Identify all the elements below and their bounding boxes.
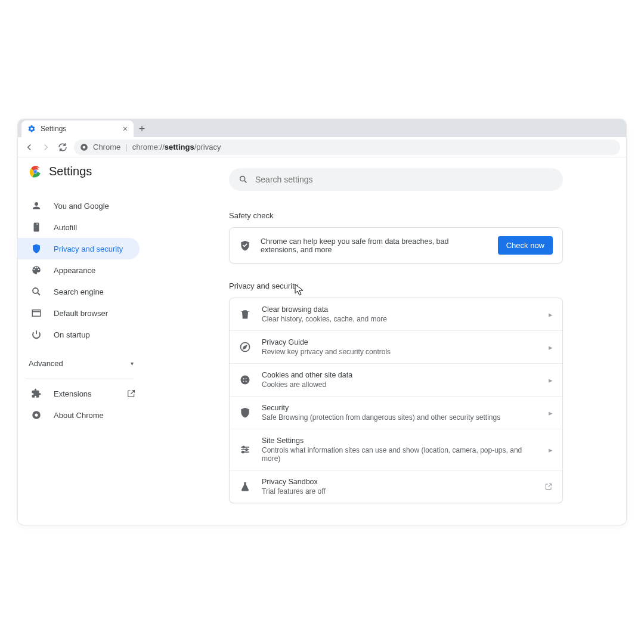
chevron-right-icon: ▸ bbox=[549, 376, 553, 385]
tab-strip: Settings × + bbox=[18, 119, 626, 137]
compass-icon bbox=[239, 341, 251, 353]
advanced-toggle[interactable]: Advanced ▾ bbox=[29, 351, 140, 375]
external-link-icon bbox=[544, 482, 553, 491]
back-button[interactable] bbox=[24, 142, 35, 153]
row-subtitle: Trial features are off bbox=[262, 487, 534, 496]
check-now-button[interactable]: Check now bbox=[498, 236, 553, 255]
address-bar[interactable]: Chrome | chrome://settings/privacy bbox=[74, 140, 620, 155]
svg-point-17 bbox=[242, 451, 244, 453]
advanced-label: Advanced bbox=[29, 359, 63, 368]
caret-down-icon: ▾ bbox=[131, 360, 134, 367]
chevron-right-icon: ▸ bbox=[549, 445, 553, 454]
row-title: Site Settings bbox=[262, 436, 538, 445]
sliders-icon bbox=[239, 444, 251, 456]
sidebar-item-extensions[interactable]: Extensions bbox=[18, 383, 140, 404]
sidebar-item-label: Privacy and security bbox=[54, 244, 140, 253]
row-cookies[interactable]: Cookies and other site data Cookies are … bbox=[230, 363, 562, 396]
forward-button[interactable] bbox=[41, 142, 51, 153]
privacy-section-title: Privacy and security bbox=[229, 281, 566, 290]
omnibox-source: Chrome bbox=[93, 143, 120, 151]
sidebar-item-label: Default browser bbox=[54, 309, 140, 318]
sidebar-footer: Extensions About Chrome bbox=[29, 383, 140, 426]
row-privacy-guide[interactable]: Privacy Guide Review key privacy and sec… bbox=[230, 330, 562, 363]
svg-point-8 bbox=[240, 177, 245, 181]
search-icon bbox=[239, 175, 248, 184]
chevron-right-icon: ▸ bbox=[549, 343, 553, 352]
sidebar-item-label: Search engine bbox=[54, 287, 140, 296]
row-security[interactable]: Security Safe Browsing (protection from … bbox=[230, 396, 562, 429]
safety-check-text: Chrome can help keep you safe from data … bbox=[261, 237, 488, 254]
sidebar-item-appearance[interactable]: Appearance bbox=[18, 259, 140, 281]
sidebar-item-label: You and Google bbox=[54, 202, 140, 210]
chrome-logo-icon bbox=[29, 165, 42, 178]
row-subtitle: Cookies are allowed bbox=[262, 380, 538, 389]
privacy-card: Clear browsing data Clear history, cooki… bbox=[229, 298, 563, 503]
row-subtitle: Clear history, cookies, cache, and more bbox=[262, 315, 538, 323]
row-title: Privacy Guide bbox=[262, 338, 538, 346]
sidebar-nav: You and Google Autofill Privacy and secu… bbox=[29, 195, 140, 345]
sidebar: Settings You and Google Autofill Privacy… bbox=[18, 157, 140, 525]
search-icon bbox=[31, 286, 42, 297]
toolbar: Chrome | chrome://settings/privacy bbox=[18, 137, 626, 157]
divider bbox=[25, 379, 134, 379]
palette-icon bbox=[31, 265, 42, 275]
svg-point-1 bbox=[83, 145, 86, 148]
row-title: Clear browsing data bbox=[262, 305, 538, 314]
chrome-icon bbox=[31, 410, 42, 420]
sidebar-item-label: Appearance bbox=[54, 266, 140, 275]
cookie-icon bbox=[239, 374, 251, 386]
svg-point-14 bbox=[243, 381, 244, 382]
gear-icon bbox=[27, 125, 36, 133]
browser-tab[interactable]: Settings × bbox=[21, 120, 134, 137]
row-title: Privacy Sandbox bbox=[262, 478, 534, 486]
sidebar-item-autofill[interactable]: Autofill bbox=[18, 216, 140, 238]
sidebar-item-privacy-security[interactable]: Privacy and security bbox=[18, 238, 140, 259]
search-settings[interactable] bbox=[229, 168, 563, 191]
settings-header: Settings bbox=[29, 165, 140, 178]
main-area: Safety check Chrome can help keep you sa… bbox=[140, 157, 626, 525]
new-tab-button[interactable]: + bbox=[134, 120, 150, 137]
clipboard-icon bbox=[31, 222, 42, 233]
reload-button[interactable] bbox=[57, 142, 68, 153]
sidebar-item-about-chrome[interactable]: About Chrome bbox=[18, 404, 140, 426]
browser-window: Settings × + Chrome | chrome://settings/… bbox=[18, 119, 626, 525]
close-icon[interactable]: × bbox=[123, 125, 128, 133]
svg-point-7 bbox=[35, 413, 38, 416]
safety-check-title: Safety check bbox=[229, 211, 566, 220]
external-link-icon bbox=[126, 389, 136, 398]
row-title: Cookies and other site data bbox=[262, 371, 538, 379]
tab-title: Settings bbox=[41, 125, 66, 133]
sidebar-item-label: On startup bbox=[54, 330, 140, 339]
chrome-badge-icon bbox=[80, 143, 88, 151]
row-privacy-sandbox[interactable]: Privacy Sandbox Trial features are off bbox=[230, 470, 562, 503]
browser-icon bbox=[31, 308, 42, 318]
row-site-settings[interactable]: Site Settings Controls what information … bbox=[230, 429, 562, 470]
sidebar-item-label: Autofill bbox=[54, 223, 140, 232]
sidebar-item-you-and-google[interactable]: You and Google bbox=[18, 195, 140, 216]
svg-point-5 bbox=[33, 288, 38, 293]
svg-point-11 bbox=[243, 378, 244, 379]
search-input[interactable] bbox=[255, 175, 553, 184]
shield-check-icon bbox=[239, 240, 251, 252]
sidebar-item-search-engine[interactable]: Search engine bbox=[18, 281, 140, 302]
trash-icon bbox=[239, 308, 251, 320]
row-subtitle: Controls what information sites can use … bbox=[262, 446, 538, 463]
sidebar-item-on-startup[interactable]: On startup bbox=[18, 324, 140, 345]
power-icon bbox=[31, 329, 42, 340]
shield-icon bbox=[31, 243, 42, 254]
row-clear-browsing-data[interactable]: Clear browsing data Clear history, cooki… bbox=[230, 298, 562, 330]
svg-point-16 bbox=[246, 449, 247, 451]
omnibox-url: chrome://settings/privacy bbox=[132, 143, 221, 151]
safety-check-card: Chrome can help keep you safe from data … bbox=[229, 227, 563, 264]
flask-icon bbox=[239, 481, 251, 493]
svg-point-15 bbox=[243, 446, 244, 448]
svg-point-10 bbox=[241, 376, 250, 385]
svg-point-12 bbox=[246, 378, 247, 379]
shield-icon bbox=[239, 407, 251, 419]
row-title: Security bbox=[262, 404, 538, 412]
sidebar-item-label: Extensions bbox=[54, 389, 114, 398]
row-subtitle: Safe Browsing (protection from dangerous… bbox=[262, 413, 538, 422]
page-title: Settings bbox=[49, 165, 92, 178]
person-icon bbox=[31, 200, 42, 211]
sidebar-item-default-browser[interactable]: Default browser bbox=[18, 302, 140, 324]
